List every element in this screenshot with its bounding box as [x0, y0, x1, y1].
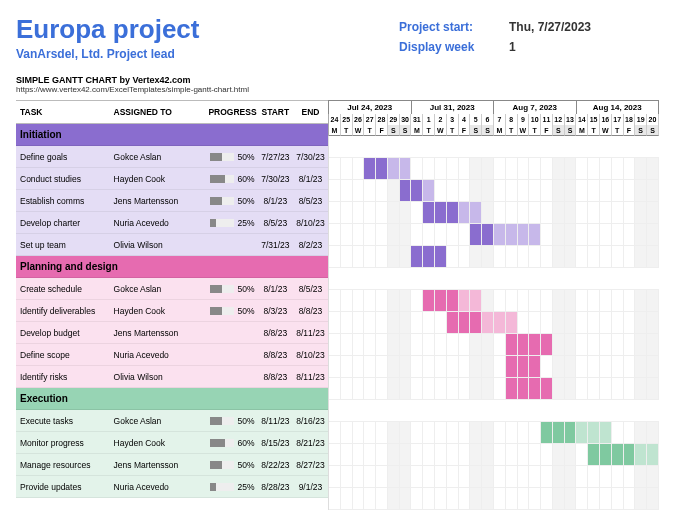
gantt-bar-cell [518, 378, 530, 399]
task-start: 8/5/23 [258, 218, 293, 228]
task-assigned: Gokce Aslan [114, 284, 208, 294]
task-assigned: Hayden Cook [114, 438, 208, 448]
gantt-bar-cell [588, 444, 600, 465]
task-name: Conduct studies [16, 174, 114, 184]
gantt-bar-cell [435, 202, 447, 223]
day-number: 15 [588, 114, 600, 125]
col-assigned: ASSIGNED TO [114, 107, 208, 117]
task-start: 8/8/23 [258, 328, 293, 338]
task-end: 8/27/23 [293, 460, 328, 470]
day-of-week: M [411, 125, 423, 136]
day-number: 16 [600, 114, 612, 125]
gantt-bar-cell [600, 444, 612, 465]
day-of-week: M [329, 125, 341, 136]
week-header: Jul 31, 2023 [412, 101, 495, 114]
task-assigned: Gokce Aslan [114, 416, 208, 426]
task-name: Identify deliverables [16, 306, 114, 316]
task-progress: 50% [207, 416, 258, 426]
credit-url[interactable]: https://www.vertex42.com/ExcelTemplates/… [16, 85, 659, 94]
task-start: 8/3/23 [258, 306, 293, 316]
col-end: END [293, 107, 328, 117]
day-number: 4 [459, 114, 471, 125]
project-start-label: Project start: [399, 20, 509, 34]
task-progress: 25% [207, 218, 258, 228]
gantt-row [329, 224, 659, 246]
task-start: 8/8/23 [258, 350, 293, 360]
table-row: Provide updatesNuria Acevedo25%8/28/239/… [16, 476, 328, 498]
day-number: 5 [470, 114, 482, 125]
gantt-bar-cell [435, 246, 447, 267]
day-of-week: F [459, 125, 471, 136]
section-header: Execution [16, 388, 328, 410]
section-header: Planning and design [16, 256, 328, 278]
day-of-week: W [435, 125, 447, 136]
section-header: Initiation [16, 124, 328, 146]
task-end: 8/21/23 [293, 438, 328, 448]
task-assigned: Hayden Cook [114, 306, 208, 316]
day-of-week: S [647, 125, 659, 136]
gantt-bar-cell [459, 290, 471, 311]
task-name: Provide updates [16, 482, 114, 492]
day-number: 9 [518, 114, 530, 125]
day-number: 20 [647, 114, 659, 125]
gantt-row [329, 158, 659, 180]
gantt-bar-cell [647, 444, 659, 465]
day-of-week: W [353, 125, 365, 136]
gantt-row [329, 334, 659, 356]
task-start: 8/1/23 [258, 196, 293, 206]
day-of-week: S [482, 125, 494, 136]
gantt-bar-cell [447, 290, 459, 311]
day-of-week: M [576, 125, 588, 136]
task-name: Develop charter [16, 218, 114, 228]
day-number: 28 [376, 114, 388, 125]
week-header: Aug 14, 2023 [577, 101, 660, 114]
table-row: Establish commsJens Martensson50%8/1/238… [16, 190, 328, 212]
day-of-week: S [388, 125, 400, 136]
task-start: 8/15/23 [258, 438, 293, 448]
day-number: 31 [411, 114, 423, 125]
gantt-row [329, 422, 659, 444]
gantt-bar-cell [506, 356, 518, 377]
gantt-bar-cell [494, 224, 506, 245]
task-name: Set up team [16, 240, 114, 250]
task-end: 8/10/23 [293, 350, 328, 360]
gantt-bar-cell [411, 246, 423, 267]
gantt-bar-cell [423, 290, 435, 311]
gantt-bar-cell [459, 312, 471, 333]
gantt-bar-cell [506, 224, 518, 245]
gantt-bar-cell [506, 312, 518, 333]
task-end: 8/11/23 [293, 328, 328, 338]
task-end: 8/11/23 [293, 372, 328, 382]
task-end: 8/1/23 [293, 174, 328, 184]
week-header: Jul 24, 2023 [329, 101, 412, 114]
project-subtitle: VanArsdel, Ltd. Project lead [16, 47, 399, 61]
task-assigned: Nuria Acevedo [114, 350, 208, 360]
table-row: Define scopeNuria Acevedo8/8/238/10/23 [16, 344, 328, 366]
day-of-week: F [541, 125, 553, 136]
gantt-row [329, 312, 659, 334]
day-of-week: T [341, 125, 353, 136]
gantt-bar-cell [423, 180, 435, 201]
gantt-bar-cell [541, 334, 553, 355]
task-assigned: Nuria Acevedo [114, 218, 208, 228]
project-title: Europa project [16, 14, 399, 45]
day-number: 14 [576, 114, 588, 125]
gantt-bar-cell [518, 356, 530, 377]
task-progress: 50% [207, 284, 258, 294]
task-progress: 25% [207, 482, 258, 492]
day-of-week: T [364, 125, 376, 136]
gantt-bar-cell [529, 334, 541, 355]
day-number: 30 [400, 114, 412, 125]
task-name: Define goals [16, 152, 114, 162]
day-number: 2 [435, 114, 447, 125]
gantt-bar-cell [411, 180, 423, 201]
col-progress: PROGRESS [207, 107, 258, 117]
task-end: 8/8/23 [293, 306, 328, 316]
day-number: 6 [482, 114, 494, 125]
gantt-bar-cell [518, 224, 530, 245]
day-of-week: W [518, 125, 530, 136]
gantt-bar-cell [423, 202, 435, 223]
task-progress: 50% [207, 152, 258, 162]
display-week-value[interactable]: 1 [509, 40, 516, 54]
gantt-bar-cell [635, 444, 647, 465]
